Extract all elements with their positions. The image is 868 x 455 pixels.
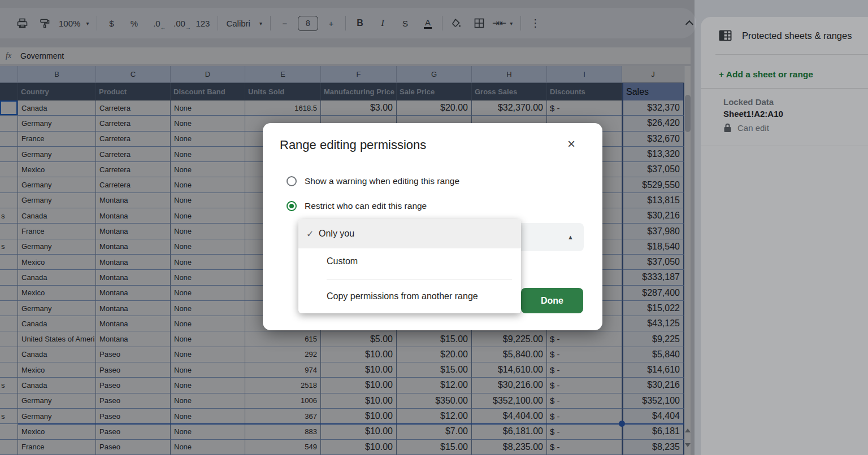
check-icon: ✓ [298, 229, 319, 239]
caret-up-icon: ▲ [567, 234, 574, 240]
restrict-edit-radio[interactable]: Restrict who can edit this range [287, 201, 427, 211]
radio-selected-icon [287, 201, 297, 211]
menu-item-only-you[interactable]: ✓ Only you [298, 219, 521, 248]
menu-divider [327, 279, 512, 279]
menu-item-custom[interactable]: Custom [298, 248, 521, 274]
menu-item-label: Custom [327, 256, 358, 266]
radio-label: Restrict who can edit this range [305, 201, 427, 211]
close-icon[interactable]: × [563, 135, 580, 152]
modal-scrim[interactable] [695, 0, 868, 455]
radio-unselected-icon [287, 176, 297, 186]
done-label: Done [541, 296, 563, 306]
menu-item-copy-permissions[interactable]: Copy permissions from another range [298, 283, 521, 310]
done-button[interactable]: Done [521, 288, 583, 313]
dialog-title: Range editing permissions [280, 138, 426, 152]
show-warning-radio[interactable]: Show a warning when editing this range [287, 176, 459, 186]
permissions-dropdown-menu: ✓ Only you Custom Copy permissions from … [298, 219, 521, 313]
radio-label: Show a warning when editing this range [305, 176, 459, 186]
menu-item-label: Only you [319, 229, 354, 239]
app-window: 100% ▾ $ % .0← .00→ 123 Calibri ▾ − 8 + … [0, 0, 868, 455]
menu-item-label: Copy permissions from another range [327, 291, 478, 301]
